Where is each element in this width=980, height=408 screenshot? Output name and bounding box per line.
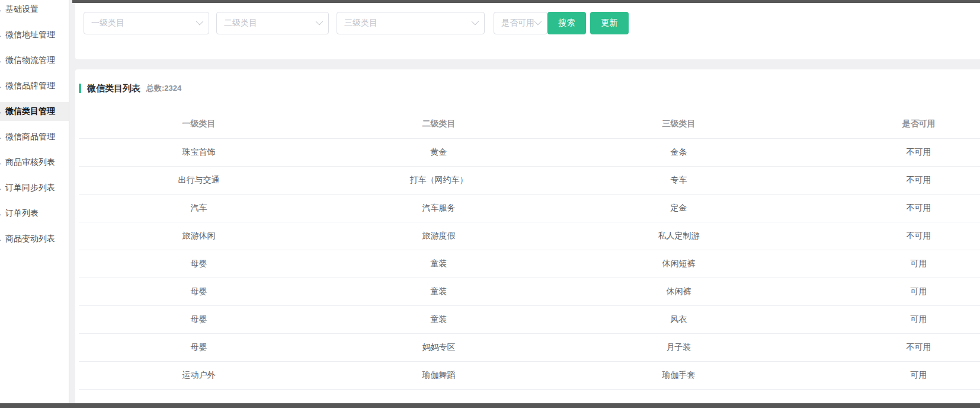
arrow-icon: → bbox=[0, 210, 2, 217]
table-body: 珠宝首饰 黄金 金条 不可用 出行与交通 打车（网约车） 专车 不可用 汽车 bbox=[79, 139, 980, 390]
select-placeholder: 是否可用 bbox=[501, 18, 534, 28]
chevron-down-icon bbox=[316, 17, 324, 25]
cell-level2-category: 妈妈专区 bbox=[319, 342, 559, 353]
cell-level3-category: 瑜伽手套 bbox=[559, 370, 799, 381]
sidebar-item-label: 商品审核列表 bbox=[5, 157, 55, 168]
table-row: 母婴 童装 风衣 可用 bbox=[79, 306, 980, 334]
cell-level3-category: 定金 bbox=[559, 203, 799, 213]
table-row: 出行与交通 打车（网约车） 专车 不可用 bbox=[79, 167, 980, 195]
sidebar-item[interactable]: → 商品变动列表 bbox=[0, 230, 69, 248]
cell-availability: 不可用 bbox=[799, 175, 980, 186]
table-header-cell: 一级类目 bbox=[79, 119, 319, 129]
cell-level2-category: 打车（网约车） bbox=[319, 175, 559, 186]
panel-title-row: 微信类目列表 总数:2324 bbox=[79, 81, 980, 95]
cell-level2-category: 瑜伽舞蹈 bbox=[319, 370, 559, 381]
cell-level1-category: 母婴 bbox=[79, 286, 319, 297]
category-table: 一级类目 二级类目 三级类目 是否可用 珠宝首饰 黄金 金条 不可用 bbox=[79, 110, 980, 407]
arrow-icon: → bbox=[0, 159, 2, 166]
cell-level2-category: 黄金 bbox=[319, 147, 559, 158]
select-placeholder: 一级类目 bbox=[91, 18, 124, 28]
sidebar-item-label: 订单列表 bbox=[5, 208, 39, 219]
sidebar-item-label: 订单同步列表 bbox=[5, 183, 55, 193]
cell-availability: 不可用 bbox=[799, 342, 980, 353]
table-row: 珠宝首饰 黄金 金条 不可用 bbox=[79, 139, 980, 167]
chevron-down-icon bbox=[472, 17, 479, 25]
table-header-cell: 三级类目 bbox=[559, 119, 799, 129]
section-divider bbox=[75, 59, 980, 69]
cell-availability: 不可用 bbox=[799, 147, 980, 158]
cell-availability: 不可用 bbox=[799, 203, 980, 213]
sidebar-item-label: 微信商品管理 bbox=[5, 132, 55, 142]
sidebar-item-label: 微信品牌管理 bbox=[5, 81, 55, 91]
cell-availability: 可用 bbox=[799, 370, 980, 381]
table-row: 母婴 童装 休闲短裤 可用 bbox=[79, 250, 980, 278]
arrow-icon: → bbox=[0, 6, 2, 13]
cell-level2-category: 旅游度假 bbox=[319, 231, 559, 241]
sidebar: → 基础设置 → 微信地址管理 → 微信物流管理 → 微信品牌管理 → 微信类目… bbox=[0, 0, 69, 408]
sidebar-item[interactable]: → 订单同步列表 bbox=[0, 179, 69, 197]
title-accent-bar bbox=[79, 84, 81, 93]
filter-bar: 一级类目 二级类目 三级类目 是否可用 搜索 更新 bbox=[75, 0, 980, 59]
table-row: 汽车 汽车服务 定金 不可用 bbox=[79, 195, 980, 222]
cell-availability: 可用 bbox=[799, 259, 980, 269]
arrow-icon: → bbox=[0, 235, 2, 243]
arrow-icon: → bbox=[0, 108, 2, 115]
cell-level3-category: 月子装 bbox=[559, 342, 799, 353]
select-placeholder: 三级类目 bbox=[344, 18, 377, 28]
top-scrollbar[interactable] bbox=[72, 0, 980, 3]
table-header-cell: 二级类目 bbox=[319, 119, 559, 129]
cell-level1-category: 珠宝首饰 bbox=[79, 147, 319, 158]
table-row: 母婴 妈妈专区 月子装 不可用 bbox=[79, 334, 980, 362]
cell-level1-category: 旅游休闲 bbox=[79, 231, 319, 241]
cell-level2-category: 童装 bbox=[319, 259, 559, 269]
main-content: 一级类目 二级类目 三级类目 是否可用 搜索 更新 bbox=[70, 0, 980, 408]
sidebar-item[interactable]: → 基础设置 bbox=[0, 0, 69, 19]
cell-level3-category: 金条 bbox=[559, 147, 799, 158]
arrow-icon: → bbox=[0, 31, 2, 39]
sidebar-item-label: 微信物流管理 bbox=[5, 55, 55, 66]
filter-select[interactable]: 二级类目 bbox=[216, 12, 329, 34]
arrow-icon: → bbox=[0, 133, 2, 141]
sidebar-item[interactable]: → 商品审核列表 bbox=[0, 153, 69, 172]
sidebar-item[interactable]: → 微信品牌管理 bbox=[0, 76, 69, 95]
filter-select[interactable]: 三级类目 bbox=[337, 12, 485, 34]
sidebar-item-label: 商品变动列表 bbox=[5, 234, 55, 244]
total-count: 总数:2324 bbox=[146, 83, 181, 94]
filter-selects: 一级类目 二级类目 三级类目 是否可用 bbox=[84, 12, 547, 34]
table-row: 母婴 童装 休闲裤 可用 bbox=[79, 278, 980, 306]
update-button[interactable]: 更新 bbox=[590, 12, 629, 34]
arrow-icon: → bbox=[0, 57, 2, 64]
table-header-cell: 是否可用 bbox=[799, 119, 980, 129]
sidebar-item[interactable]: → 微信类目管理 bbox=[0, 102, 69, 121]
sidebar-item[interactable]: → 微信商品管理 bbox=[0, 128, 69, 146]
cell-level1-category: 运动户外 bbox=[79, 370, 319, 381]
cell-level2-category: 童装 bbox=[319, 286, 559, 297]
sidebar-item-label: 微信地址管理 bbox=[5, 30, 55, 40]
cell-availability: 可用 bbox=[799, 286, 980, 297]
cell-availability: 可用 bbox=[799, 314, 980, 325]
page-title: 微信类目列表 bbox=[87, 83, 140, 94]
sidebar-item[interactable]: → 微信地址管理 bbox=[0, 26, 69, 44]
filter-select[interactable]: 是否可用 bbox=[494, 12, 547, 34]
sidebar-item[interactable]: → 微信物流管理 bbox=[0, 51, 69, 70]
cell-level3-category: 专车 bbox=[559, 175, 799, 186]
cell-level1-category: 汽车 bbox=[79, 203, 319, 213]
cell-level1-category: 出行与交通 bbox=[79, 175, 319, 186]
search-button[interactable]: 搜索 bbox=[547, 12, 586, 34]
cell-level3-category: 风衣 bbox=[559, 314, 799, 325]
bottom-scrollbar[interactable] bbox=[0, 403, 980, 408]
table-row: 运动户外 瑜伽舞蹈 瑜伽手套 可用 bbox=[79, 362, 980, 390]
filter-select[interactable]: 一级类目 bbox=[84, 12, 209, 34]
arrow-icon: → bbox=[0, 82, 2, 90]
chevron-down-icon bbox=[196, 17, 204, 25]
cell-availability: 不可用 bbox=[799, 231, 980, 241]
table-row: 旅游休闲 旅游度假 私人定制游 不可用 bbox=[79, 222, 980, 250]
sidebar-item-label: 基础设置 bbox=[5, 4, 39, 15]
category-panel: 微信类目列表 总数:2324 一级类目 二级类目 三级类目 是否可用 珠宝 bbox=[75, 69, 980, 408]
table-header-row: 一级类目 二级类目 三级类目 是否可用 bbox=[79, 110, 980, 139]
arrow-icon: → bbox=[0, 184, 2, 192]
cell-level1-category: 母婴 bbox=[79, 259, 319, 269]
sidebar-item[interactable]: → 订单列表 bbox=[0, 204, 69, 223]
chevron-down-icon bbox=[534, 17, 542, 25]
cell-level3-category: 私人定制游 bbox=[559, 231, 799, 241]
